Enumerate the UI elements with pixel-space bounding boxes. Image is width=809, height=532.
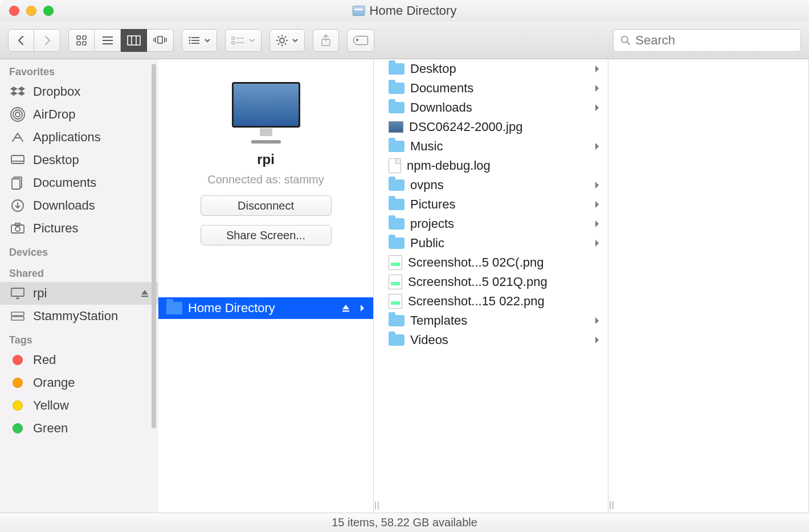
- action-button[interactable]: [269, 29, 305, 52]
- file-row[interactable]: Pictures: [381, 195, 608, 214]
- svg-rect-3: [83, 42, 86, 45]
- column-view-button[interactable]: [121, 29, 147, 52]
- arrow-right-icon: [594, 336, 600, 344]
- search-field[interactable]: [613, 29, 801, 52]
- fullscreen-window-button[interactable]: [43, 6, 54, 16]
- dropbox-icon: [9, 85, 26, 99]
- file-row[interactable]: Music: [381, 137, 608, 156]
- file-row[interactable]: Downloads: [381, 98, 608, 117]
- arrow-right-icon: [594, 317, 600, 325]
- sidebar-item-documents[interactable]: Documents: [0, 171, 158, 194]
- documents-icon: [9, 176, 26, 190]
- share-screen-button[interactable]: Share Screen...: [201, 225, 332, 245]
- png-file-icon: [389, 294, 402, 309]
- sidebar-item-applications[interactable]: Applications: [0, 126, 158, 149]
- back-button[interactable]: [8, 29, 34, 52]
- coverflow-view-button[interactable]: [147, 29, 174, 52]
- group-button[interactable]: [225, 29, 262, 52]
- sidebar-item-desktop[interactable]: Desktop: [0, 149, 158, 171]
- svg-rect-40: [11, 155, 24, 163]
- folder-icon: [389, 63, 404, 75]
- tag-icon: [353, 36, 368, 45]
- sidebar-item-airdrop[interactable]: AirDrop: [0, 103, 158, 126]
- file-row[interactable]: Videos: [381, 330, 608, 350]
- file-row[interactable]: DSC06242-2000.jpg: [381, 117, 608, 137]
- display-icon: [9, 287, 26, 300]
- files-column: DesktopDocumentsDownloadsDSC06242-2000.j…: [381, 59, 608, 513]
- svg-rect-51: [141, 296, 148, 297]
- sidebar-tag-green[interactable]: Green: [0, 417, 158, 440]
- eject-icon[interactable]: [140, 289, 149, 298]
- sidebar-heading-tags: Tags: [0, 328, 158, 349]
- tag-dot-icon: [9, 353, 26, 367]
- arrange-button[interactable]: [182, 29, 217, 52]
- search-input[interactable]: [635, 33, 794, 48]
- sidebar-item-label: StammyStation: [33, 309, 118, 324]
- column-resize-handle[interactable]: ||: [608, 59, 615, 513]
- file-row[interactable]: Public: [381, 234, 608, 253]
- sidebar-tag-yellow[interactable]: Yellow: [0, 394, 158, 417]
- arrow-right-icon: [594, 181, 600, 189]
- svg-rect-52: [11, 312, 24, 316]
- minimize-window-button[interactable]: [26, 6, 36, 16]
- file-name: Downloads: [410, 100, 472, 115]
- folder-icon: [389, 334, 404, 346]
- gear-icon: [276, 34, 288, 47]
- disconnect-button-label: Disconnect: [238, 199, 294, 212]
- svg-rect-10: [158, 36, 162, 43]
- share-home-directory[interactable]: Home Directory: [158, 297, 373, 319]
- file-name: ovpns: [410, 178, 444, 193]
- arrow-right-icon: [359, 304, 365, 312]
- file-row[interactable]: Screenshot...5 021Q.png: [381, 272, 608, 292]
- file-row[interactable]: Desktop: [381, 59, 608, 79]
- arrow-right-icon: [594, 239, 600, 247]
- file-row[interactable]: ovpns: [381, 175, 608, 195]
- sidebar-tag-orange[interactable]: Orange: [0, 371, 158, 394]
- svg-line-36: [627, 42, 630, 44]
- sidebar-item-stammystation[interactable]: StammyStation: [0, 305, 158, 328]
- forward-button[interactable]: [34, 29, 60, 52]
- file-name: npm-debug.log: [407, 158, 491, 173]
- folder-icon: [389, 102, 404, 113]
- title-bar: Home Directory: [0, 0, 809, 22]
- svg-line-32: [278, 43, 279, 44]
- svg-rect-0: [77, 36, 80, 39]
- grid-icon: [76, 35, 87, 46]
- shared-folder-icon: [166, 302, 182, 314]
- folder-icon: [389, 141, 404, 152]
- tags-button[interactable]: [347, 29, 374, 52]
- file-row[interactable]: projects: [381, 214, 608, 234]
- status-bar: 15 items, 58.22 GB available: [0, 513, 809, 532]
- svg-rect-47: [15, 223, 20, 226]
- close-window-button[interactable]: [9, 6, 19, 16]
- file-row[interactable]: Documents: [381, 79, 608, 98]
- icon-view-button[interactable]: [68, 29, 95, 52]
- svg-point-46: [15, 227, 20, 231]
- file-row[interactable]: Screenshot...15 022.png: [381, 292, 608, 311]
- columns-icon: [127, 35, 141, 46]
- share-button[interactable]: [313, 29, 339, 52]
- svg-rect-22: [232, 42, 235, 44]
- file-row[interactable]: npm-debug.log: [381, 156, 608, 175]
- file-name: Public: [410, 236, 444, 251]
- file-name: Videos: [410, 333, 448, 347]
- sidebar-scrollbar[interactable]: [152, 64, 156, 428]
- list-view-button[interactable]: [95, 29, 121, 52]
- file-row[interactable]: Screenshot...5 02C(.png: [381, 253, 608, 272]
- column-resize-handle[interactable]: ||: [374, 59, 381, 513]
- sidebar-item-rpi[interactable]: rpi: [0, 282, 158, 305]
- eject-icon[interactable]: [341, 304, 350, 313]
- folder-icon: [389, 199, 404, 210]
- chevron-left-icon: [17, 35, 26, 46]
- sidebar-item-dropbox[interactable]: Dropbox: [0, 80, 158, 103]
- sidebar-item-downloads[interactable]: Downloads: [0, 194, 158, 217]
- coverflow-icon: [153, 35, 167, 46]
- disconnect-button[interactable]: Disconnect: [201, 195, 332, 216]
- network-share-icon: [353, 6, 365, 16]
- file-row[interactable]: Templates: [381, 311, 608, 330]
- svg-point-25: [280, 38, 284, 43]
- sidebar-tag-red[interactable]: Red: [0, 349, 158, 371]
- nav-group: [8, 29, 60, 52]
- sidebar-item-pictures[interactable]: Pictures: [0, 217, 158, 240]
- arrow-right-icon: [594, 142, 600, 150]
